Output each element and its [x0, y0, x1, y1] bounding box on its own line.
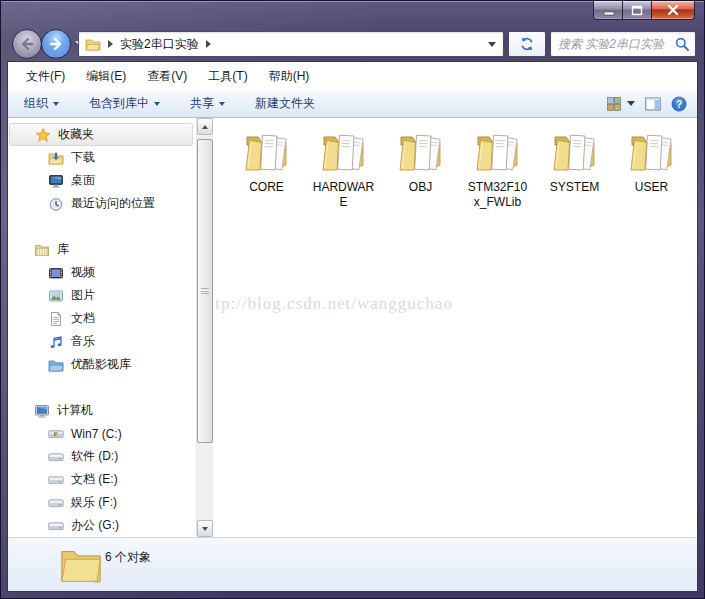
sidebar-item[interactable]: Win7 (C:)	[8, 422, 196, 445]
sidebar-item-label: 文档 (E:)	[71, 471, 118, 488]
search-input[interactable]	[551, 37, 674, 51]
sidebar-item[interactable]: 文档	[8, 307, 196, 330]
menu-item[interactable]: 工具(T)	[204, 65, 251, 88]
content-area: 收藏夹 下载 桌面 最近访问的位置	[8, 118, 697, 537]
folder-item[interactable]: SYSTEM	[536, 129, 613, 210]
folder-icon	[85, 36, 101, 52]
sidebar-item[interactable]: 优酷影视库	[8, 353, 196, 376]
sidebar-item[interactable]: 文档 (E:)	[8, 468, 196, 491]
sidebar-item[interactable]: 办公 (G:)	[8, 514, 196, 537]
menu-item[interactable]: 编辑(E)	[82, 65, 130, 88]
folder-name: STM32F10x_FWLib	[467, 180, 529, 210]
toolbar-icon-button[interactable]	[671, 96, 687, 112]
breadcrumb-arrow-icon[interactable]	[206, 40, 211, 48]
file-list[interactable]: CORE HARDWARE OBJ	[213, 118, 697, 537]
drive-icon	[48, 518, 64, 534]
sidebar-item[interactable]: 下载	[8, 146, 196, 169]
back-button[interactable]	[12, 29, 42, 59]
library-icon	[34, 242, 50, 258]
address-bar[interactable]: 实验2串口实验	[78, 31, 504, 57]
drive-icon	[48, 449, 64, 465]
sidebar-item[interactable]: 娱乐 (F:)	[8, 491, 196, 514]
maximize-icon	[623, 1, 651, 20]
dropdown-arrow-icon[interactable]	[627, 101, 635, 106]
breadcrumb-arrow-icon[interactable]	[108, 40, 113, 48]
sidebar-item-label: 计算机	[57, 402, 93, 419]
folder-icon	[320, 129, 368, 177]
address-dropdown-icon[interactable]	[488, 42, 496, 47]
windrive-icon	[48, 426, 64, 442]
sidebar-item[interactable]: 收藏夹	[9, 123, 193, 146]
breadcrumb[interactable]: 实验2串口实验	[120, 36, 199, 53]
close-icon	[652, 1, 694, 20]
close-button[interactable]	[651, 1, 695, 20]
folder-name: HARDWARE	[313, 180, 375, 210]
toolbar-button[interactable]: 组织	[24, 95, 59, 112]
menu-item[interactable]: 帮助(H)	[265, 65, 314, 88]
forward-arrow-icon	[47, 35, 65, 53]
toolbar-icon-button[interactable]	[645, 96, 661, 112]
scroll-up-button[interactable]	[197, 118, 213, 135]
sidebar-item-label: 音乐	[71, 333, 95, 350]
folder-name: SYSTEM	[550, 180, 599, 195]
sidebar-item-label: 办公 (G:)	[71, 517, 119, 534]
toolbar-button[interactable]: 新建文件夹	[255, 95, 315, 112]
menu-item[interactable]: 文件(F)	[22, 65, 69, 88]
sidebar-item-label: 软件 (D:)	[71, 448, 118, 465]
sidebar-item-label: 图片	[71, 287, 95, 304]
music-icon	[48, 334, 64, 350]
folder-item[interactable]: STM32F10x_FWLib	[459, 129, 536, 210]
sidebar-item[interactable]: 音乐	[8, 330, 196, 353]
folder-item[interactable]: HARDWARE	[305, 129, 382, 210]
toolbar-icon-button[interactable]	[606, 96, 635, 112]
folder-item[interactable]: OBJ	[382, 129, 459, 210]
drive-icon	[48, 495, 64, 511]
forward-button[interactable]	[41, 29, 71, 59]
client-area: 文件(F) 编辑(E) 查看(V) 工具(T) 帮助(H) 组织	[8, 62, 697, 591]
folder-name: OBJ	[409, 180, 432, 195]
sidebar-item[interactable]: 最近访问的位置	[8, 192, 196, 215]
sidebar-item[interactable]: 软件 (D:)	[8, 445, 196, 468]
computer-icon	[34, 403, 50, 419]
back-arrow-icon	[18, 35, 36, 53]
folder-icon	[397, 129, 445, 177]
minimize-button[interactable]	[593, 1, 623, 20]
drive-icon	[48, 472, 64, 488]
sidebar-scrollbar[interactable]	[196, 118, 213, 537]
sidebar-item[interactable]: 库	[8, 238, 196, 261]
search-icon[interactable]	[674, 36, 690, 52]
sidebar-item-label: 娱乐 (F:)	[71, 494, 117, 511]
command-toolbar: 组织 包含到库中 共享 新建文件夹	[8, 90, 697, 118]
sidebar-item[interactable]: 桌面	[8, 169, 196, 192]
scrollbar-thumb[interactable]	[197, 139, 213, 443]
sidebar-item-label: 桌面	[71, 172, 95, 189]
help-icon	[671, 96, 687, 112]
dropdown-arrow-icon	[53, 102, 59, 106]
search-box	[550, 31, 696, 57]
scroll-down-button[interactable]	[197, 520, 213, 537]
refresh-button[interactable]	[508, 31, 546, 57]
folder-icon	[551, 129, 599, 177]
scroll-up-icon	[202, 125, 208, 129]
video-icon	[48, 265, 64, 281]
sidebar-item[interactable]: 图片	[8, 284, 196, 307]
folder-name: USER	[635, 180, 668, 195]
menu-bar: 文件(F) 编辑(E) 查看(V) 工具(T) 帮助(H)	[8, 62, 697, 90]
folder-item[interactable]: CORE	[228, 129, 305, 210]
sidebar-item[interactable]: 视频	[8, 261, 196, 284]
sidebar-item-label: 最近访问的位置	[71, 195, 155, 212]
sidebar-item[interactable]: 计算机	[8, 399, 196, 422]
document-icon	[48, 311, 64, 327]
menu-item[interactable]: 查看(V)	[143, 65, 191, 88]
sidebar-item-label: 收藏夹	[58, 126, 94, 143]
maximize-button[interactable]	[623, 1, 651, 20]
refresh-icon	[519, 36, 535, 52]
folder-item[interactable]: USER	[613, 129, 690, 210]
youku-icon	[48, 357, 64, 373]
dropdown-arrow-icon	[154, 102, 160, 106]
toolbar-button[interactable]: 包含到库中	[89, 95, 160, 112]
preview-icon	[645, 96, 661, 112]
toolbar-button[interactable]: 共享	[190, 95, 225, 112]
folder-icon	[474, 129, 522, 177]
desktop-icon	[48, 173, 64, 189]
